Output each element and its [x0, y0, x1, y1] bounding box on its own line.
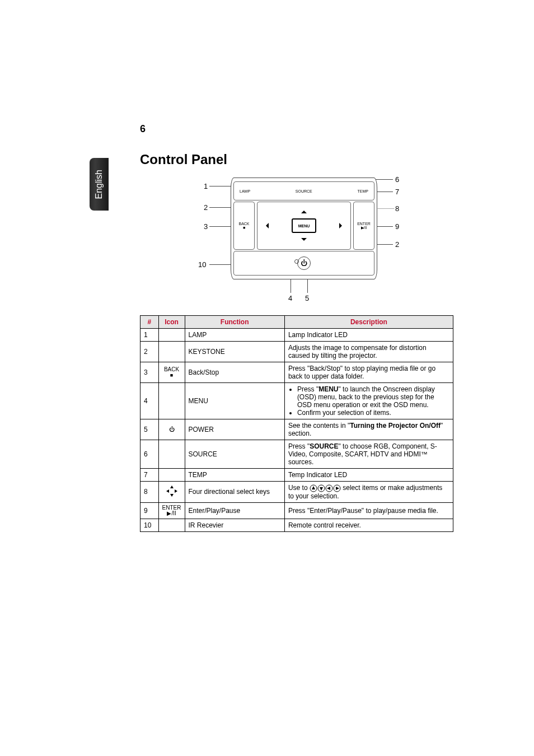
cell-desc: Adjusts the image to compensate for dist…: [284, 342, 453, 362]
arrow-right-icon: [339, 223, 345, 228]
cell-desc: Press "Back/Stop" to stop playing media …: [284, 362, 453, 383]
stop-icon: ■: [243, 226, 245, 230]
stop-icon: ■: [170, 372, 173, 378]
power-icon: ⏻: [169, 426, 175, 432]
leader-line: [307, 277, 308, 293]
cell-num: 6: [140, 440, 159, 469]
callout-8: 8: [395, 204, 399, 213]
cell-icon: ⏻: [158, 419, 185, 440]
text: See the contents in ": [288, 422, 350, 430]
callout-2: 2: [204, 203, 208, 212]
cell-num: 5: [140, 419, 159, 440]
cell-icon: [158, 440, 185, 469]
arrow-buttons-icon: [310, 484, 343, 492]
svg-marker-3: [175, 489, 177, 493]
text: Press ": [288, 442, 310, 450]
control-panel-diagram: 1 2 3 10 6 7 8 9 2 4 5 LAMP SOURCE TEMP: [163, 171, 421, 305]
table-row: 5 ⏻ POWER See the contents in "Turning t…: [140, 419, 453, 440]
leader-line: [291, 277, 291, 293]
table-row: 3 BACK ■ Back/Stop Press "Back/Stop" to …: [140, 362, 453, 383]
dpad-icon: [166, 485, 178, 498]
cell-func: KEYSTONE: [185, 342, 284, 362]
svg-marker-7: [320, 487, 323, 491]
cell-desc: Remote control receiver.: [284, 519, 453, 531]
table-row: 8 Four directional select keys Use to: [140, 482, 453, 503]
lamp-label: LAMP: [240, 189, 250, 193]
panel-body: LAMP SOURCE TEMP BACK ■ MENU ENTER: [231, 178, 377, 279]
cell-desc: Press "MENU" to launch the Onscreen disp…: [284, 383, 453, 419]
cell-num: 4: [140, 383, 159, 419]
th-num: #: [140, 316, 159, 329]
svg-marker-0: [170, 486, 174, 488]
cell-num: 3: [140, 362, 159, 383]
th-desc: Description: [284, 316, 453, 329]
power-icon: ⏻: [301, 259, 307, 267]
callout-10: 10: [198, 260, 206, 269]
cell-func: MENU: [185, 383, 284, 419]
cell-num: 9: [140, 502, 159, 519]
table-row: 6 SOURCE Press "SOURCE" to choose RGB, C…: [140, 440, 453, 469]
back-label: BACK: [238, 222, 249, 226]
bold-text: SOURCE: [310, 442, 338, 450]
cell-desc: Press "SOURCE" to choose RGB, Component,…: [284, 440, 453, 469]
menu-button: MENU: [292, 218, 316, 233]
cell-desc: Use to select items or make adjustments …: [284, 482, 453, 503]
bold-text: MENU: [318, 385, 338, 393]
th-func: Function: [185, 316, 284, 329]
control-panel-table: # Icon Function Description 1 LAMP Lamp …: [140, 315, 453, 532]
cell-icon: [158, 519, 185, 531]
cell-func: Four directional select keys: [185, 482, 284, 503]
table-header-row: # Icon Function Description: [140, 316, 453, 329]
arrow-down-icon: [301, 238, 307, 244]
th-icon: Icon: [158, 316, 185, 329]
power-button: ⏻: [297, 256, 311, 270]
panel-bottom-row: ⏻: [233, 251, 374, 276]
panel-top-row: LAMP SOURCE TEMP: [233, 181, 374, 200]
cell-desc: See the contents in "Turning the Project…: [284, 419, 453, 440]
cell-num: 7: [140, 469, 159, 482]
callout-5: 5: [305, 294, 309, 302]
cell-func: Back/Stop: [185, 362, 284, 383]
cell-desc: Lamp Indicator LED: [284, 329, 453, 342]
cell-func: TEMP: [185, 469, 284, 482]
cell-func: IR Recevier: [185, 519, 284, 531]
svg-marker-11: [336, 487, 339, 490]
cell-func: SOURCE: [185, 440, 284, 469]
table-row: 2 KEYSTONE Adjusts the image to compensa…: [140, 342, 453, 362]
cell-icon: [158, 329, 185, 342]
page-container: 6 English Control Panel 1 2 3 10 6 7 8 9…: [0, 0, 534, 566]
list-item: Press "MENU" to launch the Onscreen disp…: [297, 385, 449, 409]
sidebar-language-label: English: [94, 170, 104, 199]
ir-receiver-icon: [294, 259, 299, 264]
cell-icon: [158, 482, 185, 503]
table-row: 7 TEMP Temp Indicator LED: [140, 469, 453, 482]
svg-marker-2: [166, 489, 169, 493]
text: Use to: [288, 484, 310, 492]
table-row: 1 LAMP Lamp Indicator LED: [140, 329, 453, 342]
callout-4: 4: [288, 294, 292, 302]
callout-9: 9: [395, 222, 399, 231]
callout-1: 1: [204, 182, 208, 190]
callout-3: 3: [204, 222, 208, 231]
cell-num: 8: [140, 482, 159, 503]
arrow-up-icon: [301, 208, 307, 213]
cell-func: LAMP: [185, 329, 284, 342]
callout-2b: 2: [395, 240, 399, 249]
cell-icon: [158, 469, 185, 482]
panel-mid-row: BACK ■ MENU ENTER ▶/II: [233, 202, 374, 250]
cell-desc: Press "Enter/Play/Pause" to play/pause m…: [284, 502, 453, 519]
back-stop-button: BACK ■: [233, 202, 255, 250]
sidebar-language-tab: English: [90, 158, 109, 211]
table-row: 10 IR Recevier Remote control receiver.: [140, 519, 453, 531]
cell-desc: Temp Indicator LED: [284, 469, 453, 482]
list-item: Confirm your selection of items.: [297, 409, 449, 417]
cell-func: Enter/Play/Pause: [185, 502, 284, 519]
enter-play-pause-button: ENTER ▶/II: [353, 202, 374, 250]
table-row: 9 ENTER ▶/II Enter/Play/Pause Press "Ent…: [140, 502, 453, 519]
section-title: Control Panel: [140, 152, 467, 167]
play-pause-icon: ▶/II: [167, 510, 176, 516]
play-pause-icon: ▶/II: [361, 226, 367, 230]
text: Press ": [297, 385, 318, 393]
source-label: SOURCE: [296, 189, 312, 193]
cell-icon: BACK ■: [158, 362, 185, 383]
